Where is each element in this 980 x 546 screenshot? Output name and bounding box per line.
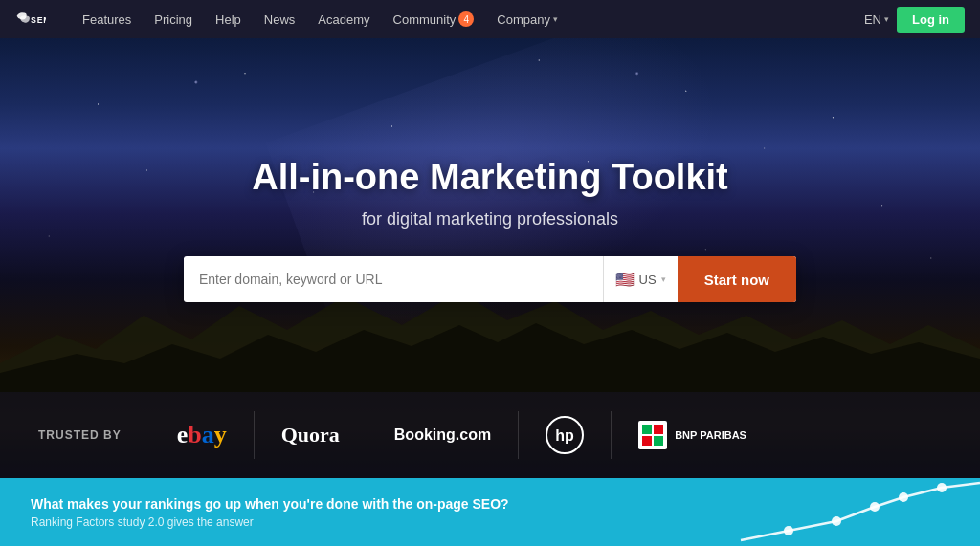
svg-point-7: [784, 526, 793, 535]
nav-features[interactable]: Features: [71, 0, 143, 38]
hero-title: All-in-one Marketing Toolkit: [184, 157, 796, 198]
quora-logo: Quora: [281, 423, 340, 448]
hero-section: All-in-one Marketing Toolkit for digital…: [0, 38, 980, 478]
country-chevron-icon: ▾: [661, 274, 666, 284]
list-item: BNP PARIBAS: [612, 411, 773, 459]
svg-point-10: [899, 492, 908, 502]
country-selector[interactable]: 🇺🇸 US ▾: [603, 256, 678, 302]
login-button[interactable]: Log in: [897, 7, 965, 33]
svg-rect-4: [654, 425, 663, 434]
svg-point-9: [870, 502, 880, 512]
list-item: Booking.com: [368, 411, 519, 459]
nav-pricing[interactable]: Pricing: [143, 0, 204, 38]
navbar-right: EN ▾ Log in: [864, 7, 965, 33]
svg-point-11: [937, 483, 947, 492]
banner-text: What makes your rankings go up when you'…: [31, 496, 509, 529]
trusted-by-label: TRUSTED BY: [38, 428, 122, 442]
svg-text:hp: hp: [555, 427, 574, 444]
start-button[interactable]: Start now: [678, 256, 796, 302]
list-item: hp: [519, 411, 612, 459]
svg-rect-5: [642, 436, 652, 446]
search-input[interactable]: [184, 258, 603, 300]
booking-logo: Booking.com: [394, 426, 491, 444]
chevron-down-icon: ▾: [553, 14, 558, 24]
nav-help[interactable]: Help: [204, 0, 253, 38]
nav-academy[interactable]: Academy: [306, 0, 381, 38]
hp-logo: hp: [546, 416, 584, 454]
banner-chart-decoration: [693, 478, 980, 546]
bottom-banner: What makes your rankings go up when you'…: [0, 478, 980, 546]
nav-company[interactable]: Company ▾: [485, 0, 569, 38]
bnp-text: BNP PARIBAS: [675, 429, 746, 441]
banner-title: What makes your rankings go up when you'…: [31, 496, 509, 512]
language-selector[interactable]: EN ▾: [864, 12, 889, 27]
navbar: SEMrush Features Pricing Help News Acade…: [0, 0, 980, 38]
svg-rect-3: [642, 425, 652, 434]
hero-subtitle: for digital marketing professionals: [184, 209, 796, 229]
trusted-logos: ebay Quora Booking.com hp: [150, 411, 942, 459]
lang-chevron-icon: ▾: [884, 14, 889, 24]
nav-links: Features Pricing Help News Academy Commu…: [71, 0, 864, 38]
list-item: ebay: [150, 411, 255, 459]
search-bar: 🇺🇸 US ▾ Start now: [184, 256, 796, 302]
flag-icon: 🇺🇸: [615, 271, 635, 289]
nav-news[interactable]: News: [253, 0, 307, 38]
svg-rect-6: [654, 436, 663, 446]
banner-subtitle: Ranking Factors study 2.0 gives the answ…: [31, 515, 509, 529]
logo[interactable]: SEMrush: [15, 10, 52, 29]
trusted-bar: TRUSTED BY ebay Quora Booking.com hp: [0, 392, 980, 478]
svg-text:SEMrush: SEMrush: [31, 15, 46, 25]
country-code: US: [639, 273, 657, 287]
list-item: Quora: [255, 411, 368, 459]
hero-content: All-in-one Marketing Toolkit for digital…: [184, 157, 796, 302]
nav-community[interactable]: Community 4: [382, 0, 486, 38]
bnp-icon: [638, 421, 667, 449]
ebay-logo: ebay: [177, 421, 227, 449]
svg-point-8: [832, 516, 841, 526]
community-badge: 4: [458, 11, 474, 27]
